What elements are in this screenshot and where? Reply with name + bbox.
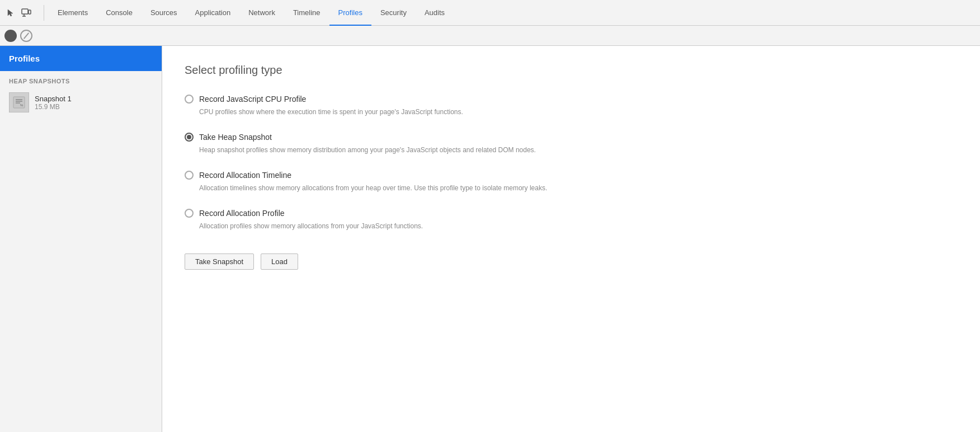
option-cpu-label-row: Record JavaScript CPU Profile xyxy=(185,95,958,104)
option-alloc-profile-label-row: Record Allocation Profile xyxy=(185,209,958,218)
snapshot-size: 15.9 MB xyxy=(35,103,72,111)
snapshot-info: Snapshot 1 15.9 MB xyxy=(35,95,72,111)
snapshot-name: Snapshot 1 xyxy=(35,95,72,103)
option-alloc-timeline-label[interactable]: Record Allocation Timeline xyxy=(199,171,291,180)
tab-audits[interactable]: Audits xyxy=(416,1,454,26)
option-alloc-profile: Record Allocation Profile Allocation pro… xyxy=(185,209,958,231)
option-heap-desc: Heap snapshot profiles show memory distr… xyxy=(185,145,958,155)
sidebar-header: Profiles xyxy=(0,46,162,71)
option-alloc-timeline: Record Allocation Timeline Allocation ti… xyxy=(185,171,958,193)
radio-alloc-profile[interactable] xyxy=(185,209,194,218)
action-buttons: Take Snapshot Load xyxy=(185,253,958,270)
option-heap-label[interactable]: Take Heap Snapshot xyxy=(199,133,272,142)
content-title: Select profiling type xyxy=(185,64,958,77)
option-heap: Take Heap Snapshot Heap snapshot profile… xyxy=(185,133,958,155)
sidebar-section-label: HEAP SNAPSHOTS xyxy=(0,71,162,88)
tab-timeline[interactable]: Timeline xyxy=(284,1,329,26)
toolbar-divider xyxy=(44,5,44,21)
record-button[interactable] xyxy=(4,30,17,42)
option-alloc-timeline-desc: Allocation timelines show memory allocat… xyxy=(185,183,958,193)
take-snapshot-button[interactable]: Take Snapshot xyxy=(185,253,254,270)
content-area: Select profiling type Record JavaScript … xyxy=(162,46,980,432)
tab-console[interactable]: Console xyxy=(97,1,142,26)
main-layout: Profiles HEAP SNAPSHOTS % Snapshot 1 15.… xyxy=(0,46,980,432)
tab-network[interactable]: Network xyxy=(239,1,284,26)
radio-heap[interactable] xyxy=(185,133,194,142)
cursor-icon[interactable] xyxy=(4,7,17,19)
tab-profiles[interactable]: Profiles xyxy=(329,1,371,26)
top-toolbar: Elements Console Sources Application Net… xyxy=(0,0,980,26)
device-icon[interactable] xyxy=(20,7,32,19)
option-cpu-desc: CPU profiles show where the execution ti… xyxy=(185,107,958,117)
profiling-options: Record JavaScript CPU Profile CPU profil… xyxy=(185,95,958,231)
svg-rect-1 xyxy=(29,10,31,14)
option-alloc-timeline-label-row: Record Allocation Timeline xyxy=(185,171,958,180)
radio-alloc-timeline[interactable] xyxy=(185,171,194,180)
option-cpu-label[interactable]: Record JavaScript CPU Profile xyxy=(199,95,306,104)
secondary-toolbar xyxy=(0,26,980,46)
option-alloc-profile-desc: Allocation profiles show memory allocati… xyxy=(185,221,958,231)
radio-cpu[interactable] xyxy=(185,95,194,104)
option-heap-label-row: Take Heap Snapshot xyxy=(185,133,958,142)
svg-text:%: % xyxy=(20,104,23,107)
option-cpu: Record JavaScript CPU Profile CPU profil… xyxy=(185,95,958,117)
load-button[interactable]: Load xyxy=(261,253,298,270)
snapshot-icon: % xyxy=(9,92,29,112)
snapshot-item[interactable]: % Snapshot 1 15.9 MB xyxy=(0,88,162,117)
tab-application[interactable]: Application xyxy=(186,1,240,26)
clear-button[interactable] xyxy=(20,30,32,42)
toolbar-icons xyxy=(4,7,32,19)
tab-elements[interactable]: Elements xyxy=(49,1,97,26)
option-alloc-profile-label[interactable]: Record Allocation Profile xyxy=(199,209,285,218)
tab-security[interactable]: Security xyxy=(371,1,416,26)
svg-rect-0 xyxy=(22,9,28,14)
tab-sources[interactable]: Sources xyxy=(142,1,186,26)
sidebar: Profiles HEAP SNAPSHOTS % Snapshot 1 15.… xyxy=(0,46,162,432)
nav-tabs: Elements Console Sources Application Net… xyxy=(49,0,454,25)
